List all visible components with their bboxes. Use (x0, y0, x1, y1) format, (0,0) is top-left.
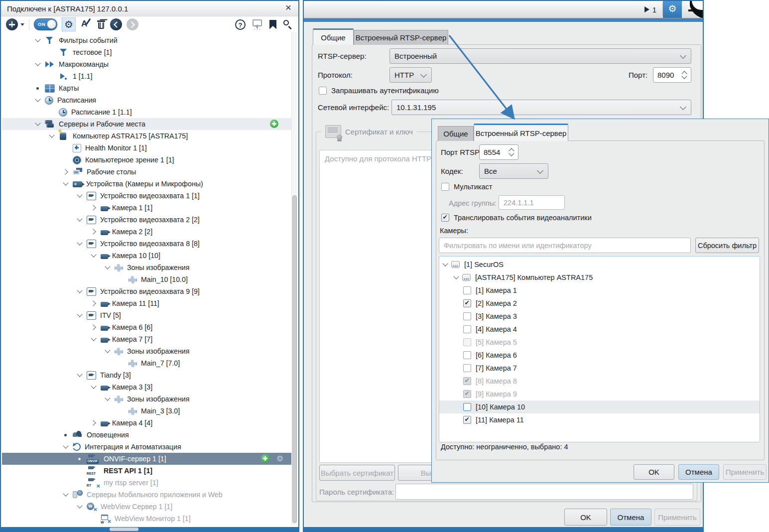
expand-open-icon[interactable] (76, 240, 84, 248)
expand-closed-icon[interactable] (90, 228, 98, 236)
tree-item[interactable]: Зоны изображения (2, 262, 291, 273)
expand-open-icon[interactable] (34, 60, 42, 68)
popup-tab-rtsp-server[interactable]: Встроенный RTSP-сервер (474, 124, 568, 141)
tree-item[interactable]: Зоны изображения (2, 393, 291, 405)
expand-open-icon[interactable] (76, 311, 84, 319)
rename-button[interactable] (80, 18, 92, 30)
delete-button[interactable] (97, 19, 106, 30)
expand-open-icon[interactable] (76, 216, 84, 224)
expand-closed-icon[interactable] (90, 419, 98, 427)
bookmark-icon[interactable] (269, 20, 276, 29)
tree-item[interactable]: Серверы Мобильного приложения и Web (2, 489, 291, 501)
expand-open-icon[interactable] (90, 383, 98, 391)
expand-open-icon[interactable] (90, 252, 98, 260)
tree-item[interactable]: Интеграция и Автоматизация (2, 441, 291, 453)
camera-icon (101, 230, 108, 235)
close-icon[interactable]: × (282, 1, 294, 13)
tree-item[interactable]: Расписание 1 [1.1] (2, 106, 291, 118)
expand-open-icon[interactable] (62, 443, 70, 451)
tree-item[interactable]: Макрокоманды (2, 58, 291, 70)
expand-closed-icon[interactable] (90, 204, 98, 212)
expand-open-icon[interactable] (76, 503, 84, 511)
popup-panel (436, 140, 765, 460)
tree-item[interactable]: ITV [5] (2, 309, 291, 321)
tree-item[interactable]: Камера 6 [6] (2, 321, 291, 333)
item-settings-icon[interactable] (276, 454, 283, 463)
add-child-button[interactable] (261, 454, 269, 463)
tree-item[interactable]: Main_7 [7.0] (2, 357, 291, 369)
tree-item[interactable]: Устройство видеозахвата 1 [1] (2, 190, 291, 202)
expand-open-icon[interactable] (34, 96, 42, 104)
add-object-button[interactable] (6, 18, 18, 30)
expand-open-icon[interactable] (76, 371, 84, 379)
horizontal-scrollbar-thumb[interactable] (110, 528, 138, 531)
tree-item[interactable]: Рабочие столы (2, 166, 291, 178)
tree-item[interactable]: Компьютер ASTRA175 [ASTRA175] (2, 130, 291, 142)
expand-open-icon[interactable] (76, 287, 84, 295)
expand-closed-icon[interactable] (90, 299, 98, 307)
scrollbar-thumb[interactable] (292, 195, 297, 523)
tree-item[interactable]: 1 [1.1] (2, 70, 291, 82)
expand-open-icon[interactable] (34, 120, 42, 128)
tree-item[interactable]: Зоны изображения (2, 345, 291, 357)
tree-item[interactable]: Оповещения (2, 429, 291, 441)
tree-item[interactable]: W×WebView Сервер 1 [1] (2, 501, 291, 513)
zone-icon (128, 407, 137, 415)
tree-item[interactable]: Main_3 [3.0] (2, 405, 291, 417)
ok-button[interactable]: OK (564, 509, 607, 526)
expand-open-icon[interactable] (48, 132, 56, 140)
tree-item[interactable]: Health Monitor 1 [1] (2, 142, 291, 154)
expand-open-icon[interactable] (90, 335, 98, 343)
tree-item[interactable]: Камера 1 [1] (2, 202, 291, 214)
expand-open-icon[interactable] (34, 36, 42, 44)
tree-item[interactable]: Компьютерное зрение 1 [1] (2, 154, 291, 166)
tree-item[interactable]: Устройство видеозахвата 9 [9] (2, 285, 291, 297)
add-dropdown-caret-icon[interactable] (20, 23, 24, 26)
tab-rtsp-server[interactable]: Встроенный RTSP-сервер (354, 30, 448, 45)
left-vertical-scrollbar[interactable] (291, 32, 297, 525)
expand-closed-icon[interactable] (90, 323, 98, 331)
search-icon[interactable] (282, 19, 293, 30)
tree-item[interactable]: Расписания (2, 94, 291, 106)
popup-ok-button[interactable]: OK (634, 464, 674, 480)
tree-item[interactable]: Tiandy [3] (2, 369, 291, 381)
back-button[interactable] (110, 18, 122, 30)
tree-item[interactable]: Main_10 [10.0] (2, 273, 291, 285)
expand-open-icon[interactable] (104, 347, 112, 355)
tree-item[interactable]: Карты (2, 82, 291, 94)
tree-item[interactable]: Камера 3 [3] (2, 381, 291, 393)
rest-icon: REST (87, 466, 100, 476)
tree-item[interactable]: Фильтры событий (2, 34, 291, 46)
tree-item[interactable]: Серверы и Рабочие места (2, 118, 291, 130)
tree-item[interactable]: Камера 2 [2] (2, 226, 291, 238)
expand-open-icon[interactable] (76, 192, 84, 200)
expand-open-icon[interactable] (104, 395, 112, 403)
expand-closed-icon[interactable] (62, 168, 70, 176)
ip-devices-icon[interactable]: IP (252, 19, 263, 30)
help-icon[interactable] (235, 19, 246, 30)
popup-cancel-button[interactable]: Отмена (678, 464, 719, 480)
run-count: 1 (652, 5, 656, 14)
tree-item[interactable]: RT×my rtsp server [1] (2, 477, 291, 489)
expand-open-icon[interactable] (62, 180, 70, 188)
add-child-button[interactable] (270, 120, 278, 128)
settings-mode-button[interactable] (663, 1, 682, 18)
expand-open-icon[interactable] (62, 491, 70, 499)
expand-open-icon[interactable] (104, 264, 112, 271)
tree-item[interactable]: Камера 10 [10] (2, 250, 291, 262)
on-toggle[interactable]: ON (34, 18, 57, 30)
tree-item[interactable]: ONVIFONVIF-сервер 1 [1] (2, 453, 291, 465)
tab-general[interactable]: Общие (313, 28, 354, 45)
tree-item[interactable]: Камера 7 [7] (2, 333, 291, 345)
tree-item[interactable]: Устройство видеозахвата 2 [2] (2, 214, 291, 226)
settings-button[interactable] (62, 17, 76, 31)
tree-item[interactable]: Камера 4 [4] (2, 417, 291, 429)
tree-item[interactable]: Камера 11 [11] (2, 297, 291, 309)
tree-item[interactable]: Устройства (Камеры и Микрофоны) (2, 178, 291, 190)
tree-item[interactable]: тестовое [1] (2, 46, 291, 58)
popup-tab-general[interactable]: Общие (438, 126, 474, 141)
tree-item[interactable]: Устройство видеозахвата 8 [8] (2, 238, 291, 250)
tree-item[interactable]: RESTREST API 1 [1] (2, 465, 291, 477)
cancel-button[interactable]: Отмена (610, 509, 651, 526)
tree-item[interactable]: W×WebView Монитор 1 [1] (2, 513, 291, 524)
